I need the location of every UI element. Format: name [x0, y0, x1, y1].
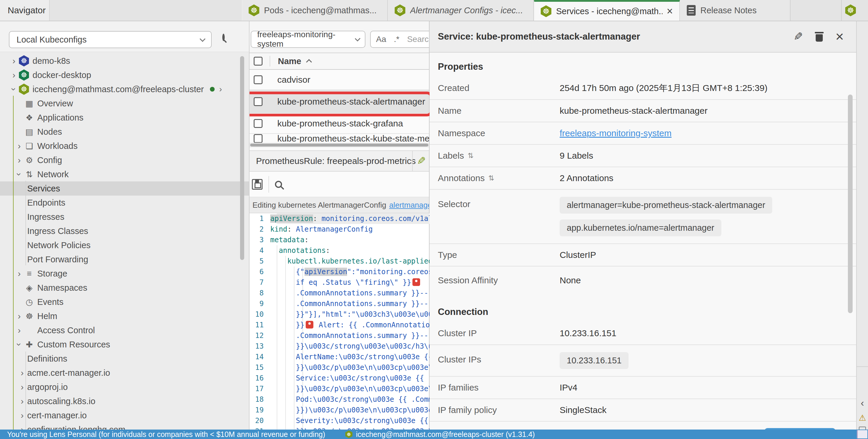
code-line-4[interactable]: 4 annotations:	[250, 245, 430, 256]
code-line-1[interactable]: 1apiVersion: monitoring.coreos.com/v1alp…	[250, 213, 430, 224]
sidebar-item-helm[interactable]: ›☸Helm	[0, 309, 249, 323]
sidebar-item-applications[interactable]: ❖Applications	[0, 110, 249, 125]
sidebar-item-icecheng-mathmast-com-freeleaps-cluster[interactable]: ›☸icecheng@mathmast.com@freeleaps-cluste…	[0, 82, 249, 96]
chevron-left-icon[interactable]: ‹	[857, 397, 868, 409]
sort-toggle-icon[interactable]: ⇅	[488, 174, 494, 182]
sidebar: Local Kubeconfigs ›☸demo-k8s›☸docker-des…	[0, 21, 250, 430]
code-line-8[interactable]: 8 .CommonAnnotations.summary }}--	[250, 288, 430, 298]
code-line-10[interactable]: 10 }}"}],"html":"\u003ch3\u003e\u003cstr…	[250, 309, 430, 319]
chevron-right-icon[interactable]: ›	[9, 70, 19, 80]
tab-release-notes[interactable]: Release Notes	[680, 0, 790, 21]
chevron-down-icon[interactable]: ›	[9, 84, 19, 94]
sidebar-item-autoscaling-k8s-io[interactable]: ›autoscaling.k8s.io	[0, 394, 249, 408]
alertmanagerconfig-link[interactable]: alertmanager	[389, 201, 430, 210]
row-checkbox[interactable]	[254, 119, 262, 128]
code-line-13[interactable]: 13 }}\u003c/strong\u003e\u003c/h3\u003e\…	[250, 341, 430, 351]
search-icon[interactable]	[222, 35, 225, 40]
sidebar-item-services[interactable]: Services	[0, 181, 249, 196]
code-line-7[interactable]: 7 if eq .Status \"firing\" }}	[250, 277, 430, 288]
code-line-9[interactable]: 9 .CommonAnnotations.summary }}--	[250, 298, 430, 309]
code-line-5[interactable]: 5 kubectl.kubernetes.io/last-applied-con…	[250, 256, 430, 267]
sidebar-item-configuration-konghq-com[interactable]: ›configuration.konghq.com	[0, 423, 249, 430]
code-line-11[interactable]: 11 }} Alert: {{ .CommonAnnotations.summa…	[250, 319, 430, 330]
tab-partial[interactable]: ☸	[841, 0, 868, 21]
code-line-21[interactable]: 21 }}\u003c/p\u003e\n\u003cp\u003e\u003c…	[250, 426, 430, 430]
row-checkbox[interactable]	[254, 97, 262, 106]
edit-icon[interactable]: ✎	[417, 155, 426, 167]
sidebar-item-ingress-classes[interactable]: Ingress Classes	[0, 224, 249, 238]
save-icon[interactable]	[252, 179, 262, 190]
table-row-kube-prometheus-stack-alertmanager[interactable]: kube-prometheus-stack-alertmanager	[250, 90, 430, 113]
sidebar-item-docker-desktop[interactable]: ›☸docker-desktop	[0, 68, 249, 82]
yaml-editor[interactable]: 1apiVersion: monitoring.coreos.com/v1alp…	[250, 213, 430, 430]
sidebar-item-storage[interactable]: ›≡Storage	[0, 267, 249, 281]
namespace-link[interactable]: freeleaps-monitoring-system	[560, 128, 672, 138]
sidebar-item-endpoints[interactable]: Endpoints	[0, 196, 249, 210]
sidebar-scrollbar[interactable]	[240, 56, 244, 260]
active-cluster-status[interactable]: ☸ icecheng@mathmast.com@freeleaps-cluste…	[345, 430, 535, 439]
search-input[interactable]: Aa .* Search	[370, 31, 430, 48]
drawer-scrollbar[interactable]	[848, 95, 852, 313]
select-all-checkbox[interactable]	[254, 57, 262, 66]
chevron-right-icon[interactable]: ›	[219, 85, 222, 94]
kubeconfig-select[interactable]: Local Kubeconfigs	[9, 31, 212, 48]
sidebar-item-network[interactable]: ›⇅Network	[0, 167, 249, 181]
sidebar-item-namespaces[interactable]: ◈Namespaces	[0, 281, 249, 295]
code-line-15[interactable]: 15 }}\u003c/p\u003e\n\u003cp\u003e\u003c…	[250, 362, 430, 373]
sidebar-item-access-control[interactable]: ›Access Control	[0, 323, 249, 337]
sidebar-item-network-policies[interactable]: Network Policies	[0, 238, 249, 252]
close-icon[interactable]: ×	[835, 30, 844, 44]
delete-icon[interactable]	[815, 31, 824, 42]
row-checkbox[interactable]	[254, 134, 262, 143]
code-line-18[interactable]: 18 Pod:\u003c/strong\u003e {{ .CommonLab…	[250, 394, 430, 405]
row-checkbox[interactable]	[254, 75, 262, 84]
scrollbar-thumb[interactable]	[250, 143, 428, 146]
chevron-right-icon[interactable]: ›	[14, 141, 24, 151]
chevron-right-icon[interactable]: ›	[14, 325, 24, 335]
editor-search-icon[interactable]	[275, 181, 282, 188]
tab-close-icon[interactable]: ×	[662, 6, 673, 16]
sidebar-item-port-forwarding[interactable]: Port Forwarding	[0, 252, 249, 267]
code-line-20[interactable]: 20 Severity:\u003c/strong\u003e {{ .Comm…	[250, 415, 430, 426]
edit-icon[interactable]: ✎	[794, 30, 803, 43]
sidebar-item-argoproj-io[interactable]: ›argoproj.io	[0, 380, 249, 394]
table-row-kube-prometheus-stack-kube-state-metrics[interactable]: kube-prometheus-stack-kube-state-metrics	[250, 134, 430, 143]
table-row-cadvisor[interactable]: cadvisor	[250, 70, 430, 90]
match-case-icon[interactable]: Aa	[376, 35, 386, 44]
name-column-header[interactable]: Name	[278, 57, 301, 66]
sidebar-item-demo-k8s[interactable]: ›☸demo-k8s	[0, 54, 249, 68]
horizontal-scrollbar[interactable]	[250, 143, 430, 147]
warning-icon[interactable]: ⚠	[857, 413, 868, 423]
table-row-kube-prometheus-stack-grafana[interactable]: kube-prometheus-stack-grafana	[250, 113, 430, 134]
tab-services-icecheng-math[interactable]: ☸Services - icecheng@math...×	[534, 0, 680, 21]
chevron-right-icon[interactable]: ›	[14, 311, 24, 321]
chevron-down-icon[interactable]: ›	[14, 339, 24, 349]
code-line-19[interactable]: 19 }})\u003c/p\u003e\n\u003cp\u003e\u003…	[250, 405, 430, 415]
sidebar-item-definitions[interactable]: Definitions	[0, 351, 249, 366]
sidebar-item-workloads[interactable]: ›❏Workloads	[0, 139, 249, 153]
sort-toggle-icon[interactable]: ⇅	[467, 151, 473, 160]
code-line-16[interactable]: 16 Service:\u003c/strong\u003e {{ .Commo…	[250, 373, 430, 383]
code-line-14[interactable]: 14 AlertName:\u003c/strong\u003e {{ .Ale…	[250, 351, 430, 362]
code-line-17[interactable]: 17 }}\u003c/p\u003e\n\u003cp\u003e\u003c…	[250, 383, 430, 394]
code-line-6[interactable]: 6 {"apiVersion":"monitoring.coreos.com/v…	[250, 267, 430, 277]
chevron-right-icon[interactable]: ›	[14, 155, 24, 165]
tab-alertmanager-configs-icec[interactable]: ☸Alertmanager Configs - icec...	[388, 0, 534, 21]
sidebar-item-events[interactable]: ◷Events	[0, 295, 249, 309]
namespace-select[interactable]: freeleaps-monitoring-system	[251, 31, 365, 48]
sidebar-item-ingresses[interactable]: Ingresses	[0, 210, 249, 224]
sidebar-item-cert-manager-io[interactable]: ›cert-manager.io	[0, 408, 249, 423]
sidebar-item-config[interactable]: ›⚙Config	[0, 153, 249, 167]
regex-icon[interactable]: .*	[394, 35, 399, 44]
code-line-12[interactable]: 12 .CommonAnnotations.summary }}--	[250, 330, 430, 341]
sidebar-item-custom-resources[interactable]: ›✚Custom Resources	[0, 337, 249, 351]
code-line-3[interactable]: 3metadata:	[250, 235, 430, 245]
chevron-right-icon[interactable]: ›	[14, 269, 24, 279]
tab-pods-icecheng-mathmas[interactable]: ☸Pods - icecheng@mathmas...	[242, 0, 388, 21]
code-line-2[interactable]: 2kind: AlertmanagerConfig	[250, 224, 430, 235]
sidebar-item-acme-cert-manager-io[interactable]: ›acme.cert-manager.io	[0, 366, 249, 380]
chevron-right-icon[interactable]: ›	[9, 56, 19, 66]
sidebar-item-overview[interactable]: ▦Overview	[0, 96, 249, 110]
sidebar-item-nodes[interactable]: ▤Nodes	[0, 125, 249, 139]
chevron-down-icon[interactable]: ›	[14, 169, 24, 179]
